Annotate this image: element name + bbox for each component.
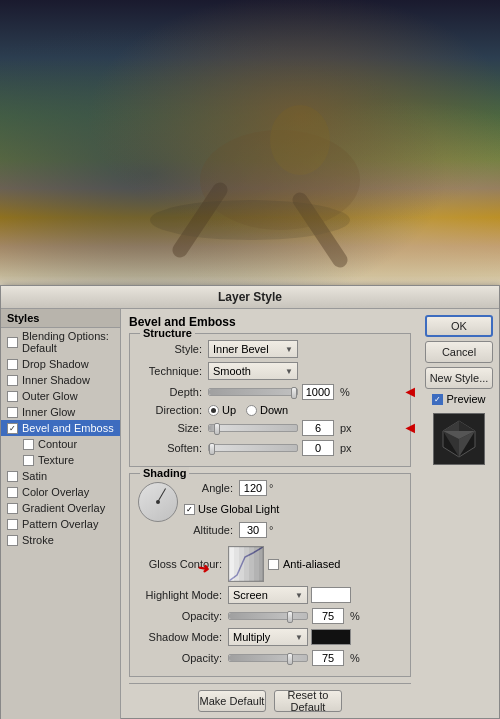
- direction-radio-group: Up Down: [208, 404, 288, 416]
- style-item-inner-glow[interactable]: Inner Glow: [1, 404, 120, 420]
- style-item-stroke[interactable]: Stroke: [1, 532, 120, 548]
- size-slider-container: px: [208, 420, 352, 436]
- style-item-gradient-overlay[interactable]: Gradient Overlay: [1, 500, 120, 516]
- style-item-bevel-emboss[interactable]: ✓ Bevel and Emboss ◄: [1, 420, 120, 436]
- ok-button[interactable]: OK: [425, 315, 493, 337]
- svg-rect-7: [234, 547, 239, 581]
- checkbox-outer-glow[interactable]: [7, 391, 18, 402]
- soften-slider[interactable]: [208, 444, 298, 452]
- style-item-outer-glow[interactable]: Outer Glow: [1, 388, 120, 404]
- technique-label: Technique:: [138, 365, 208, 377]
- style-item-pattern-overlay[interactable]: Pattern Overlay: [1, 516, 120, 532]
- checkbox-pattern-overlay[interactable]: [7, 519, 18, 530]
- svg-rect-10: [249, 547, 254, 581]
- svg-point-4: [150, 200, 350, 240]
- angle-dial[interactable]: [138, 482, 178, 522]
- gloss-contour-preview[interactable]: [228, 546, 264, 582]
- style-item-drop-shadow[interactable]: Drop Shadow: [1, 356, 120, 372]
- svg-point-1: [270, 105, 330, 175]
- global-light-row: ✓ Use Global Light: [184, 503, 279, 515]
- new-style-button[interactable]: New Style...: [425, 367, 493, 389]
- checkbox-color-overlay[interactable]: [7, 487, 18, 498]
- style-item-color-overlay[interactable]: Color Overlay: [1, 484, 120, 500]
- depth-slider-container: %: [208, 384, 350, 400]
- soften-input[interactable]: [302, 440, 334, 456]
- gem-preview: [433, 413, 485, 465]
- checkbox-texture[interactable]: [23, 455, 34, 466]
- checkbox-satin[interactable]: [7, 471, 18, 482]
- preview-checkbox[interactable]: ✓: [432, 394, 443, 405]
- checkbox-drop-shadow[interactable]: [7, 359, 18, 370]
- shadow-opacity-slider[interactable]: [228, 654, 308, 662]
- highlight-opacity-slider[interactable]: [228, 612, 308, 620]
- highlight-opacity-label: Opacity:: [138, 610, 228, 622]
- style-item-blending[interactable]: Blending Options: Default: [1, 328, 120, 356]
- shadow-mode-row: Shadow Mode: Multiply ▼: [138, 628, 402, 646]
- checkbox-stroke[interactable]: [7, 535, 18, 546]
- highlight-opacity-row: Opacity: %: [138, 608, 402, 624]
- angle-input[interactable]: [239, 480, 267, 496]
- highlight-mode-row: Highlight Mode: Screen ▼: [138, 586, 402, 604]
- checkbox-blending[interactable]: [7, 337, 18, 348]
- size-slider[interactable]: [208, 424, 298, 432]
- checkbox-inner-glow[interactable]: [7, 407, 18, 418]
- global-light-checkbox[interactable]: ✓: [184, 504, 195, 515]
- highlight-opacity-input[interactable]: [312, 608, 344, 624]
- size-input[interactable]: [302, 420, 334, 436]
- direction-label: Direction:: [138, 404, 208, 416]
- style-item-contour[interactable]: Contour: [1, 436, 120, 452]
- altitude-input[interactable]: [239, 522, 267, 538]
- checkbox-inner-shadow[interactable]: [7, 375, 18, 386]
- anti-aliased-label: Anti-aliased: [283, 558, 340, 570]
- technique-row: Technique: Smooth ▼: [138, 362, 402, 380]
- shadow-mode-select[interactable]: Multiply ▼: [228, 628, 308, 646]
- size-row: Size: px ◄: [138, 420, 402, 436]
- reset-to-default-button[interactable]: Reset to Default: [274, 690, 342, 712]
- style-item-texture[interactable]: Texture: [1, 452, 120, 468]
- svg-rect-12: [259, 547, 263, 581]
- direction-up-radio[interactable]: [208, 405, 219, 416]
- checkbox-bevel-emboss[interactable]: ✓: [7, 423, 18, 434]
- shadow-opacity-input[interactable]: [312, 650, 344, 666]
- structure-section: Structure Style: Inner Bevel ▼ Technique…: [129, 333, 411, 467]
- gloss-contour-label: Gloss Contour:: [138, 558, 228, 570]
- bottom-buttons: Make Default Reset to Default: [129, 683, 411, 718]
- depth-slider[interactable]: [208, 388, 298, 396]
- size-arrow-indicator: ◄: [402, 419, 418, 437]
- checkbox-gradient-overlay[interactable]: [7, 503, 18, 514]
- angle-altitude-inputs: Angle: ° ✓ Use Global Light Altitude:: [184, 480, 279, 542]
- preview-checkbox-container: ✓ Preview: [432, 393, 485, 405]
- direction-up-option[interactable]: Up: [208, 404, 236, 416]
- highlight-mode-arrow: ▼: [295, 591, 303, 600]
- checkbox-contour[interactable]: [23, 439, 34, 450]
- style-item-satin[interactable]: Satin: [1, 468, 120, 484]
- anti-aliased-checkbox[interactable]: [268, 559, 279, 570]
- gloss-contour-controls: Anti-aliased: [228, 546, 340, 582]
- highlight-color-swatch[interactable]: [311, 587, 351, 603]
- altitude-unit: °: [269, 524, 273, 536]
- svg-rect-8: [239, 547, 244, 581]
- size-unit: px: [340, 422, 352, 434]
- angle-altitude-area: Angle: ° ✓ Use Global Light Altitude:: [138, 480, 402, 542]
- shadow-opacity-row: Opacity: %: [138, 650, 402, 666]
- technique-select[interactable]: Smooth ▼: [208, 362, 298, 380]
- highlight-mode-select[interactable]: Screen ▼: [228, 586, 308, 604]
- depth-input[interactable]: [302, 384, 334, 400]
- direction-down-radio[interactable]: [246, 405, 257, 416]
- gem-svg: [439, 419, 479, 459]
- background-image: [0, 0, 500, 290]
- main-content: Bevel and Emboss Structure Style: Inner …: [121, 309, 419, 719]
- shadow-mode-label: Shadow Mode:: [138, 631, 228, 643]
- make-default-button[interactable]: Make Default: [198, 690, 266, 712]
- direction-down-option[interactable]: Down: [246, 404, 288, 416]
- dial-container: [138, 480, 178, 542]
- structure-label: Structure: [140, 327, 195, 339]
- gloss-contour-row: Gloss Contour:: [138, 546, 402, 582]
- angle-label: Angle:: [184, 482, 239, 494]
- style-row: Style: Inner Bevel ▼: [138, 340, 402, 358]
- depth-label: Depth:: [138, 386, 208, 398]
- style-select[interactable]: Inner Bevel ▼: [208, 340, 298, 358]
- style-item-inner-shadow[interactable]: Inner Shadow: [1, 372, 120, 388]
- cancel-button[interactable]: Cancel: [425, 341, 493, 363]
- shadow-color-swatch[interactable]: [311, 629, 351, 645]
